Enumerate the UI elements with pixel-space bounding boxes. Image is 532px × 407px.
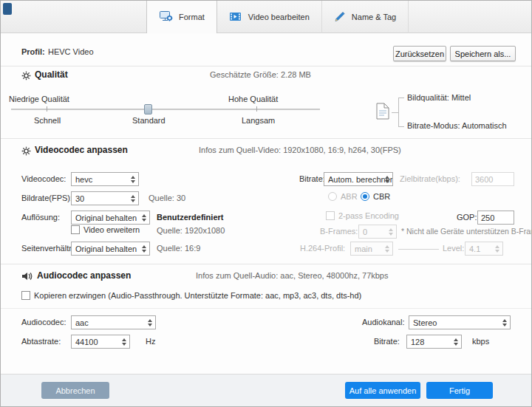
level-select[interactable]: 4.1 (465, 242, 503, 256)
fps-select[interactable]: 30 (71, 191, 139, 205)
spinner-arrows-icon (385, 242, 389, 255)
cbr-radio-group: CBR (361, 192, 390, 201)
videocodec-label: Videocodec: (21, 174, 66, 183)
spinner-arrows-icon (131, 173, 135, 185)
slider-tick-schnell (47, 106, 47, 112)
done-button[interactable]: Fertig (426, 382, 493, 399)
audio-section-title: Audiocodec anpassen (37, 270, 131, 281)
spinner-arrows-icon (495, 242, 499, 255)
bitrate-label: Bitrate: (299, 174, 325, 183)
low-quality-label: Niedrige Qualität (9, 95, 69, 103)
resolution-value: Original behalten (75, 213, 137, 222)
document-icon (376, 103, 389, 123)
tab-name-tag-label: Name & Tag (352, 13, 396, 21)
estimated-size-text: Geschätzte Größe: 2.28 MB (210, 70, 311, 79)
connector-mid (392, 112, 398, 113)
tab-video-bearbeiten[interactable]: Video bearbeiten (217, 1, 322, 33)
bitrate-mode-text: Bitrate-Modus: Automatisch (407, 121, 507, 130)
sample-rate-select[interactable]: 44100 (71, 335, 130, 349)
aspect-ratio-value: Original behalten (75, 244, 137, 253)
bframes-select[interactable]: 0 (358, 225, 397, 239)
h264-profile-value: main (355, 244, 372, 253)
audiocodec-label: Audiocodec: (21, 318, 66, 326)
audio-channel-select[interactable]: Stereo (409, 315, 511, 329)
spinner-arrows-icon (385, 173, 389, 185)
video-source-info: Infos zum Quell-Video: 1920x1080, 16:9, … (199, 146, 401, 154)
divider-3 (1, 264, 531, 264)
quality-slider-track[interactable] (11, 109, 320, 110)
videocodec-value: hevc (75, 175, 92, 184)
spinner-arrows-icon (142, 242, 146, 255)
film-edit-icon (229, 11, 243, 24)
cbr-label: CBR (373, 192, 390, 201)
audio-bitrate-select[interactable]: 128 (406, 335, 462, 349)
sample-rate-label: Abtastrate: (21, 337, 61, 346)
video-section-title: Videocodec anpassen (35, 145, 128, 155)
speed-label-schnell: Schnell (34, 116, 61, 125)
expand-video-label: Video erweitern (83, 225, 140, 234)
tab-video-bearbeiten-label: Video bearbeiten (248, 13, 310, 21)
h264-profile-label: H.264-Profil: (300, 244, 345, 253)
divider-2 (1, 138, 531, 139)
h264-profile-select[interactable]: main (350, 242, 393, 256)
two-pass-label: 2-pass Encoding (338, 211, 399, 220)
level-label: Level: (443, 244, 464, 253)
cbr-radio[interactable] (361, 192, 369, 201)
videocodec-select[interactable]: hevc (71, 172, 139, 186)
abr-label: ABR (341, 192, 358, 201)
expand-video-checkbox[interactable] (71, 225, 80, 234)
cancel-button[interactable]: Abbrechen (41, 382, 109, 399)
divider-1 (1, 66, 531, 66)
abr-radio-group: ABR (328, 192, 358, 201)
quality-gear-icon (21, 70, 31, 83)
quality-slider-handle[interactable] (144, 104, 152, 114)
video-gear-icon (21, 146, 31, 159)
save-as-button[interactable]: Speichern als... (450, 46, 516, 61)
abr-radio[interactable] (328, 192, 337, 201)
tab-format[interactable]: Format (146, 1, 217, 33)
audio-bitrate-label: Bitrate: (374, 337, 400, 346)
apply-all-button[interactable]: Auf alle anwenden (345, 382, 420, 399)
gop-input[interactable] (477, 211, 514, 225)
bitrate-mode-select[interactable]: Autom. berechnen (324, 172, 393, 186)
connector-top (398, 98, 404, 98)
passthrough-checkbox[interactable] (21, 291, 30, 300)
connector-vertical (398, 98, 399, 127)
expand-video-group: Video erweitern (71, 225, 140, 234)
audio-bitrate-unit: kbps (472, 337, 489, 346)
profile-value: HEVC Video (48, 47, 94, 56)
reset-button[interactable]: Zurücksetzen (393, 46, 446, 61)
resolution-select[interactable]: Original behalten (71, 211, 150, 225)
audio-channel-label: Audiokanal: (362, 318, 405, 326)
connector-bottom (398, 126, 404, 127)
converter-settings-window: Format Video bearbeiten Name & Tag Profi… (0, 0, 532, 407)
audiocodec-value: aac (75, 318, 89, 327)
tab-bar: Format Video bearbeiten Name & Tag (1, 1, 532, 33)
spinner-arrows-icon (142, 211, 146, 224)
spinner-arrows-icon (148, 316, 152, 329)
custom-resolution-button[interactable]: Benutzerdefiniert (157, 213, 223, 222)
tab-name-tag[interactable]: Name & Tag (322, 1, 409, 33)
high-quality-label: Hohe Qualität (228, 95, 278, 103)
tab-format-label: Format (179, 13, 205, 21)
spinner-arrows-icon (454, 335, 458, 348)
slider-tick-langsam (256, 106, 257, 112)
quality-title: Qualität (35, 69, 68, 80)
audiocodec-select[interactable]: aac (71, 315, 156, 329)
fps-value: 30 (75, 194, 84, 203)
fps-label: Bildrate(FPS): (21, 194, 72, 202)
two-pass-checkbox[interactable] (326, 211, 335, 220)
spinner-arrows-icon (502, 316, 507, 329)
target-bitrate-input[interactable] (471, 172, 514, 186)
gop-label: GOP: (457, 213, 477, 222)
pencil-tag-icon (334, 11, 347, 24)
image-quality-text: Bildqualität: Mittel (407, 93, 471, 102)
format-monitor-gear-icon (159, 10, 174, 24)
aspect-source-text: Quelle: 16:9 (157, 244, 200, 253)
footer-bar: Abbrechen Auf alle anwenden Fertig (1, 374, 532, 406)
passthrough-group: Kopieren erzwingen (Audio-Passthrough. U… (21, 291, 361, 300)
aspect-ratio-select[interactable]: Original behalten (71, 242, 150, 256)
bframes-value: 0 (363, 228, 367, 236)
passthrough-label: Kopieren erzwingen (Audio-Passthrough. U… (34, 291, 361, 300)
bframes-label: B-Frames: (320, 227, 358, 236)
